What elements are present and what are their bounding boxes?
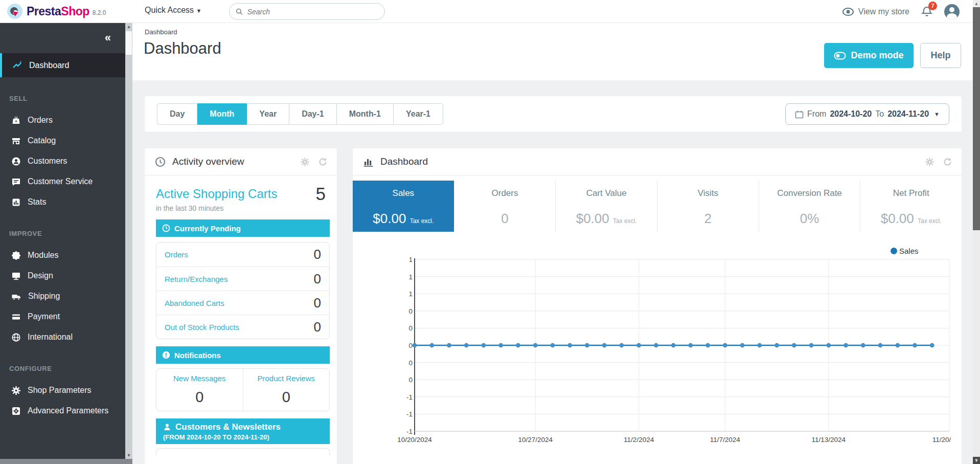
pending-row-returns[interactable]: Return/Exchanges 0 xyxy=(156,267,329,291)
legend-sales-label: Sales xyxy=(899,247,919,255)
activity-overview-panel: Activity overview xyxy=(145,148,337,464)
sidebar-item-design-label: Design xyxy=(28,271,53,280)
svg-text:0: 0 xyxy=(408,376,413,384)
svg-text:11/20/2024: 11/20/2024 xyxy=(932,436,951,444)
kpi-tab-cart-value[interactable]: Cart Value $0.00 Tax excl. xyxy=(556,181,657,232)
sidebar-item-stats[interactable]: Stats xyxy=(0,192,125,212)
user-avatar[interactable] xyxy=(944,4,960,19)
filter-month-button[interactable]: Month xyxy=(197,103,247,125)
sidebar-item-catalog[interactable]: Catalog xyxy=(0,130,125,151)
sidebar-collapse-button[interactable]: « xyxy=(105,32,111,43)
globe-icon xyxy=(11,333,21,342)
customers-newsletters-banner: Customers & Newsletters (FROM 2024-10-20… xyxy=(156,418,330,444)
filter-month-1-button[interactable]: Month-1 xyxy=(337,103,394,125)
out-of-stock-link[interactable]: Out of Stock Products xyxy=(165,323,239,332)
version-label: 8.2.0 xyxy=(93,9,106,16)
filter-year-1-button[interactable]: Year-1 xyxy=(394,103,443,125)
pending-row-out-of-stock[interactable]: Out of Stock Products 0 xyxy=(156,315,329,339)
search-bar[interactable] xyxy=(229,3,385,20)
svg-text:-1: -1 xyxy=(406,410,413,418)
sidebar-item-stats-label: Stats xyxy=(28,197,46,207)
page-title: Dashboard xyxy=(144,39,221,58)
filter-year-button[interactable]: Year xyxy=(247,103,289,125)
pending-row-abandoned-carts[interactable]: Abandoned Carts 0 xyxy=(156,291,329,315)
kpi-visits-label: Visits xyxy=(657,188,759,198)
svg-text:11/2/2024: 11/2/2024 xyxy=(624,436,654,444)
new-messages-cell: New Messages 0 xyxy=(156,369,243,411)
sidebar-item-advanced-parameters[interactable]: Advanced Parameters xyxy=(0,401,125,421)
scroll-up-arrow[interactable]: ▲ xyxy=(125,23,132,30)
pending-orders-value: 0 xyxy=(314,247,321,262)
sidebar-item-payment[interactable]: Payment xyxy=(0,306,125,327)
view-my-store-link[interactable]: View my store xyxy=(842,7,909,16)
kpi-tab-sales[interactable]: Sales $0.00 Tax excl. xyxy=(353,181,454,232)
main-content: Dashboard Dashboard Demo mode Help Day M… xyxy=(132,23,973,464)
filter-day-button[interactable]: Day xyxy=(157,103,197,125)
new-messages-link[interactable]: New Messages xyxy=(156,374,243,383)
sidebar-item-orders[interactable]: Orders xyxy=(0,110,125,130)
sidebar-item-design[interactable]: Design xyxy=(0,266,125,286)
date-range-picker[interactable]: From 2024-10-20 To 2024-11-20 ▼ xyxy=(785,103,949,125)
settings-gear-icon[interactable] xyxy=(300,157,310,167)
currently-pending-title: Currently Pending xyxy=(174,224,241,233)
svg-text:10/20/2024: 10/20/2024 xyxy=(397,436,432,444)
kpi-tab-net-profit[interactable]: Net Profit $0.00 Tax excl. xyxy=(860,181,962,232)
product-reviews-value: 0 xyxy=(243,389,330,406)
scroll-down-arrow[interactable]: ▼ xyxy=(125,452,132,459)
pending-orders-link[interactable]: Orders xyxy=(165,250,188,259)
prestashop-logo[interactable]: PrestaShop 8.2.0 xyxy=(7,4,106,19)
sidebar-horizontal-scrollbar[interactable] xyxy=(0,459,132,464)
topbar: PrestaShop 8.2.0 Quick Access ▼ View my … xyxy=(0,0,980,23)
kpi-tab-visits[interactable]: Visits 2 xyxy=(657,181,759,232)
kpi-cart-value-value: $0.00 xyxy=(576,211,609,226)
legend-sales-dot xyxy=(891,248,897,254)
sidebar-item-catalog-label: Catalog xyxy=(28,136,56,145)
sidebar-scrollbar[interactable]: ▲ ▼ xyxy=(125,23,132,459)
product-reviews-link[interactable]: Product Reviews xyxy=(243,374,330,383)
svg-text:0: 0 xyxy=(408,359,413,367)
scroll-up-arrow[interactable]: ▲ xyxy=(973,0,980,7)
sidebar-item-international[interactable]: International xyxy=(0,327,125,347)
sidebar-item-shop-parameters[interactable]: Shop Parameters xyxy=(0,380,125,401)
eye-icon xyxy=(842,8,854,16)
kpi-sales-value: $0.00 xyxy=(373,211,406,226)
abandoned-carts-link[interactable]: Abandoned Carts xyxy=(165,299,224,307)
active-shopping-carts-link[interactable]: Active Shopping Carts xyxy=(156,187,330,201)
kpi-tabs: Sales $0.00 Tax excl. Orders 0 Cart Valu… xyxy=(353,181,962,232)
sidebar-section-improve: IMPROVE xyxy=(0,230,125,245)
refresh-icon[interactable] xyxy=(943,157,952,167)
sidebar-item-shipping[interactable]: Shipping xyxy=(0,286,125,306)
quick-access-label: Quick Access xyxy=(145,6,194,14)
help-button[interactable]: Help xyxy=(920,43,961,68)
search-input[interactable] xyxy=(247,8,378,16)
sidebar-item-dashboard[interactable]: Dashboard xyxy=(0,53,125,77)
filter-day-1-button[interactable]: Day-1 xyxy=(289,103,337,125)
svg-text:0: 0 xyxy=(408,324,413,332)
page-scrollbar[interactable]: ▲ ▼ xyxy=(973,0,980,464)
new-messages-value: 0 xyxy=(156,389,243,406)
quick-access-menu[interactable]: Quick Access ▼ xyxy=(145,6,201,15)
calendar-icon xyxy=(795,110,804,119)
sidebar-item-modules[interactable]: Modules xyxy=(0,245,125,266)
pending-rows: Orders 0 Return/Exchanges 0 Abandoned Ca… xyxy=(156,242,330,339)
sidebar-scrollbar-thumb[interactable] xyxy=(126,31,132,55)
pending-returns-link[interactable]: Return/Exchanges xyxy=(165,275,227,283)
kpi-tab-orders[interactable]: Orders 0 xyxy=(454,181,556,232)
settings-gear-icon[interactable] xyxy=(925,157,935,167)
chart-legend: Sales xyxy=(891,247,919,255)
pending-row-orders[interactable]: Orders 0 xyxy=(156,242,329,267)
kpi-tab-conversion-rate[interactable]: Conversion Rate 0% xyxy=(759,181,861,232)
notifications-button[interactable]: 7 xyxy=(921,5,933,18)
refresh-icon[interactable] xyxy=(318,157,328,167)
kpi-cart-value-label: Cart Value xyxy=(556,188,657,198)
sidebar-item-customer-service[interactable]: Customer Service xyxy=(0,171,125,192)
page-scrollbar-thumb[interactable] xyxy=(973,7,980,230)
out-of-stock-value: 0 xyxy=(314,319,321,335)
demo-mode-button[interactable]: Demo mode xyxy=(824,43,914,68)
demo-mode-label: Demo mode xyxy=(851,50,903,61)
notifications-title: Notifications xyxy=(174,351,221,360)
sidebar-item-orders-label: Orders xyxy=(28,116,53,125)
scroll-down-arrow[interactable]: ▼ xyxy=(973,457,980,464)
column-chart-icon xyxy=(363,157,374,167)
sidebar-item-customers[interactable]: Customers xyxy=(0,151,125,171)
